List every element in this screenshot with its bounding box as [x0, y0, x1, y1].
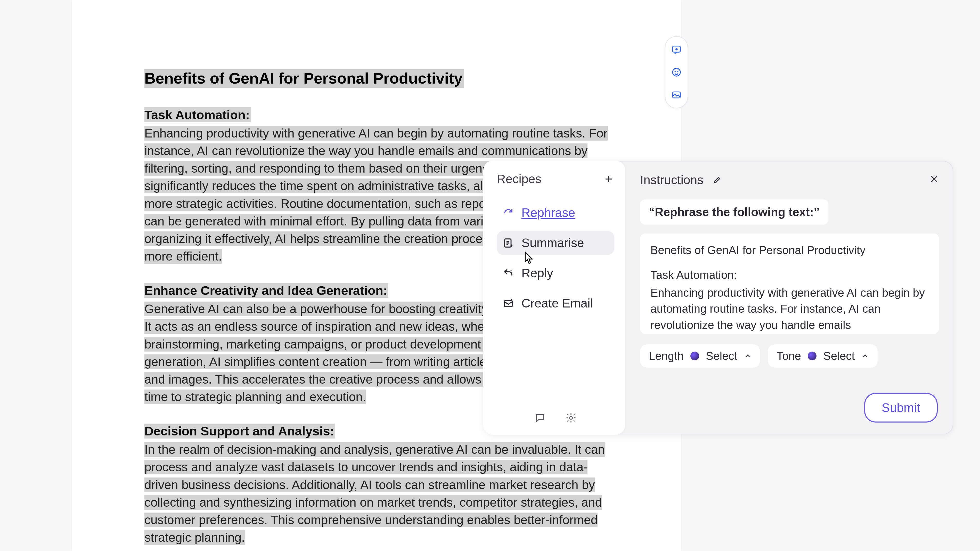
svg-point-7 [570, 417, 573, 419]
document-title: Benefits of GenAI for Personal Productiv… [145, 68, 464, 88]
section-heading: Enhance Creativity and Idea Generation: [145, 283, 388, 298]
context-heading: Task Automation: [651, 267, 928, 283]
length-select[interactable]: Length Select [640, 344, 760, 368]
add-recipe-button[interactable] [603, 174, 614, 185]
section-decision: Decision Support and Analysis: In the re… [145, 424, 614, 546]
context-title: Benefits of GenAI for Personal Productiv… [651, 242, 928, 258]
reply-sparkle-icon [503, 267, 514, 279]
chevron-up-icon [744, 352, 751, 360]
recipe-label: Create Email [522, 296, 593, 311]
svg-point-2 [675, 71, 675, 72]
tone-value: Select [823, 350, 855, 362]
section-body: In the realm of decision-making and anal… [145, 442, 605, 545]
prompt-text: “Rephrase the following text:” [640, 199, 828, 225]
svg-point-3 [678, 71, 678, 72]
recipe-summarise[interactable]: Summarise [497, 231, 614, 255]
length-value: Select [706, 350, 737, 362]
recipes-pane: Recipes Rephrase Summarise Reply [483, 161, 625, 435]
section-heading: Task Automation: [145, 107, 251, 122]
instructions-pane: Instructions “Rephrase the following tex… [625, 161, 953, 434]
chat-button[interactable] [534, 412, 546, 424]
context-preview: Benefits of GenAI for Personal Productiv… [640, 234, 939, 334]
edit-instructions-button[interactable] [712, 175, 722, 185]
instructions-title: Instructions [640, 173, 703, 187]
tone-label: Tone [776, 350, 801, 362]
image-button[interactable] [670, 89, 682, 101]
add-comment-button[interactable] [670, 43, 682, 56]
chevron-up-icon [862, 352, 869, 360]
close-panel-button[interactable] [928, 174, 940, 185]
ai-dot-icon [690, 352, 699, 360]
recipe-create-email[interactable]: Create Email [497, 291, 614, 315]
tone-select[interactable]: Tone Select [768, 344, 878, 368]
recipe-label: Rephrase [522, 205, 575, 220]
length-label: Length [649, 350, 684, 362]
recipes-title: Recipes [497, 172, 541, 186]
context-body: Enhancing productivity with generative A… [651, 285, 928, 333]
svg-rect-6 [504, 301, 512, 306]
doc-sparkle-icon [503, 237, 514, 249]
recipe-reply[interactable]: Reply [497, 261, 614, 285]
submit-button[interactable]: Submit [864, 393, 938, 422]
mail-sparkle-icon [503, 298, 514, 309]
recipe-label: Summarise [522, 236, 584, 250]
settings-button[interactable] [565, 412, 577, 424]
ai-panel: Recipes Rephrase Summarise Reply [484, 161, 953, 435]
svg-point-1 [673, 68, 680, 76]
recipe-rephrase[interactable]: Rephrase [497, 201, 614, 225]
side-toolbar [665, 36, 688, 108]
recipe-label: Reply [522, 266, 553, 280]
section-heading: Decision Support and Analysis: [145, 424, 335, 438]
emoji-button[interactable] [670, 66, 682, 78]
ai-dot-icon [808, 352, 816, 360]
refresh-icon [503, 207, 514, 219]
